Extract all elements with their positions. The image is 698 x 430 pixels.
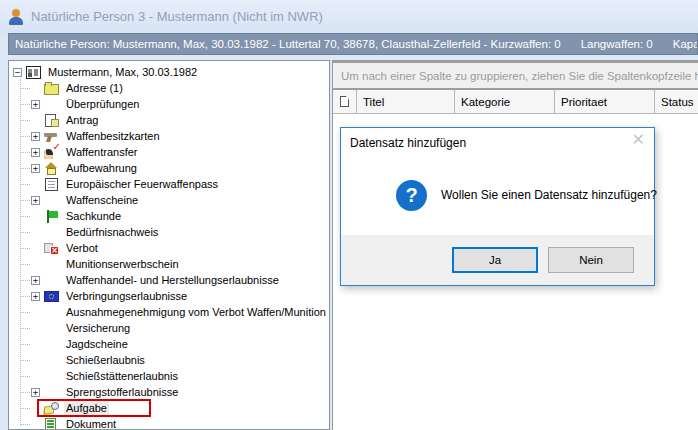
expand-icon[interactable]: +: [31, 388, 40, 397]
tree-expander-spacer: [31, 308, 40, 317]
tree-expander-spacer: [31, 420, 40, 429]
dialog-footer: Ja Nein: [341, 235, 654, 285]
red-highlight-annotation: [37, 399, 151, 417]
tree-item-verbot[interactable]: Verbot: [9, 240, 329, 256]
expand-icon[interactable]: +: [31, 292, 40, 301]
tree-expander-spacer: [31, 340, 40, 349]
person-check-icon: [44, 146, 59, 159]
page-icon: [340, 96, 349, 107]
tree-icon-spacer: [44, 194, 59, 207]
tree-expander-spacer: [31, 356, 40, 365]
tree-expander-spacer: [31, 116, 40, 125]
column-header-prioritaet[interactable]: Prioritaet: [555, 90, 655, 113]
tree-item-sprengstofferlaubnisse[interactable]: +Sprengstofferlaubnisse: [9, 384, 329, 400]
tree-item-sachkunde[interactable]: Sachkunde: [9, 208, 329, 224]
tree-item-versicherung[interactable]: Versicherung: [9, 320, 329, 336]
tree-item-verbringungserlaubnisse[interactable]: +Verbringungserlaubnisse: [9, 288, 329, 304]
tree-item-adresse-1[interactable]: Adresse (1): [9, 80, 329, 96]
tree-item-label: Verbot: [64, 241, 100, 255]
tree-item-label: Waffentransfer: [64, 145, 140, 159]
group-by-drop-zone[interactable]: Um nach einer Spalte zu gruppieren, zieh…: [333, 61, 698, 90]
window-title: Natürliche Person 3 - Mustermann (Nicht …: [31, 9, 323, 24]
tree-item-überprüfungen[interactable]: +Überprüfungen: [9, 96, 329, 112]
tree-expander-spacer: [31, 212, 40, 221]
application-window: Natürliche Person 3 - Mustermann (Nicht …: [0, 0, 698, 430]
tree-item-antrag[interactable]: Antrag: [9, 112, 329, 128]
tree-item-label: Waffenbesitzkarten: [64, 129, 162, 143]
pass-icon: [44, 178, 59, 191]
expand-icon[interactable]: +: [31, 276, 40, 285]
tree-item-label: Antrag: [64, 113, 100, 127]
form-icon: [44, 114, 59, 127]
tree-item-label: Europäischer Feuerwaffenpass: [64, 177, 220, 191]
tree-expander-spacer: [31, 372, 40, 381]
document-icon: [44, 418, 59, 430]
tree-item-label: Schießerlaubnis: [64, 353, 147, 367]
tree-item-aufgabe[interactable]: Aufgabe: [9, 400, 329, 416]
expand-icon[interactable]: +: [31, 100, 40, 109]
tree-item-ausnahmegenehmigung-vom-verbot-waffen-munition[interactable]: Ausnahmegenehmigung vom Verbot Waffen/Mu…: [9, 304, 329, 320]
eu-flag-icon: [44, 290, 59, 303]
house-icon: [44, 162, 59, 175]
tree-item-europäischer-feuerwaffenpass[interactable]: Europäischer Feuerwaffenpass: [9, 176, 329, 192]
window-titlebar: Natürliche Person 3 - Mustermann (Nicht …: [0, 0, 698, 33]
tree-item-aufbewahrung[interactable]: +Aufbewahrung: [9, 160, 329, 176]
tree-item-mustermann-max-30-03-1982[interactable]: −Mustermann, Max, 30.03.1982: [9, 64, 329, 80]
tree-item-bedürfnisnachweis[interactable]: Bedürfnisnachweis: [9, 224, 329, 240]
expand-icon[interactable]: +: [31, 132, 40, 141]
column-header-kategorie[interactable]: Kategorie: [455, 90, 555, 113]
person-icon: [8, 9, 24, 25]
langwaffen-count: Langwaffen: 0: [581, 38, 653, 50]
datensatz-hinzufuegen-dialog: Datensatz hinzufügen ✕ ? Wollen Sie eine…: [340, 127, 655, 286]
tree-item-waffenhandel-und-herstellungserlaubnisse[interactable]: +Waffenhandel- und Herstellungserlaubnis…: [9, 272, 329, 288]
tree-item-label: Mustermann, Max, 30.03.1982: [46, 65, 199, 79]
tree-icon-spacer: [44, 274, 59, 287]
tree-item-label: Jagdscheine: [64, 337, 130, 351]
tree-item-label: Dokument: [64, 417, 118, 430]
tree-item-waffenscheine[interactable]: +Waffenscheine: [9, 192, 329, 208]
tree-item-label: Waffenscheine: [64, 193, 140, 207]
dialog-body: ? Wollen Sie einen Datensatz hinzufügen?: [341, 157, 654, 236]
kapazitaet-label: Kapazität KW: [673, 38, 698, 50]
tree-expander-spacer: [31, 244, 40, 253]
tree-item-label: Verbringungserlaubnisse: [64, 289, 189, 303]
column-header-titel[interactable]: Titel: [357, 90, 455, 113]
tree-item-label: Überprüfungen: [64, 97, 141, 111]
tree-expander-spacer: [31, 84, 40, 93]
tree-item-label: Sprengstofferlaubnisse: [64, 385, 180, 399]
tree-icon-spacer: [44, 226, 59, 239]
tree-expander-spacer: [31, 228, 40, 237]
collapse-icon[interactable]: −: [13, 68, 22, 77]
no-button[interactable]: Nein: [548, 247, 634, 273]
tree-icon-spacer: [44, 258, 59, 271]
expand-icon[interactable]: +: [31, 164, 40, 173]
expand-icon[interactable]: +: [31, 196, 40, 205]
tree-item-label: Waffenhandel- und Herstellungserlaubniss…: [64, 273, 281, 287]
tree-expander-spacer: [31, 180, 40, 189]
tree-item-waffentransfer[interactable]: +Waffentransfer: [9, 144, 329, 160]
tree-icon-spacer: [44, 386, 59, 399]
column-header-status[interactable]: Status: [655, 90, 698, 113]
tree-item-label: Aufbewahrung: [64, 161, 139, 175]
tree-item-jagdscheine[interactable]: Jagdscheine: [9, 336, 329, 352]
dialog-titlebar: Datensatz hinzufügen ✕: [341, 128, 654, 157]
tree-item-munitionserwerbschein[interactable]: Munitionserwerbschein: [9, 256, 329, 272]
tree-item-label: Sachkunde: [64, 209, 123, 223]
grid-header-row: Titel Kategorie Prioritaet Status: [333, 90, 698, 114]
flag-icon: [44, 210, 59, 223]
tree-item-schießerlaubnis[interactable]: Schießerlaubnis: [9, 352, 329, 368]
group-by-hint: Um nach einer Spalte zu gruppieren, zieh…: [341, 70, 698, 82]
tree-item-dokument[interactable]: Dokument: [9, 416, 329, 430]
forbidden-icon: [44, 242, 59, 255]
dialog-title: Datensatz hinzufügen: [350, 136, 466, 150]
yes-button[interactable]: Ja: [452, 247, 538, 273]
close-icon[interactable]: ✕: [632, 132, 645, 148]
tree-item-schießstättenerlaubnis[interactable]: Schießstättenerlaubnis: [9, 368, 329, 384]
expand-icon[interactable]: +: [31, 148, 40, 157]
column-header-record-icon[interactable]: [333, 90, 357, 113]
dialog-message: Wollen Sie einen Datensatz hinzufügen?: [441, 188, 657, 202]
tree-expander-spacer: [31, 324, 40, 333]
person-card-icon: [26, 66, 41, 79]
tree-item-label: Schießstättenerlaubnis: [64, 369, 180, 383]
tree-item-label: Versicherung: [64, 321, 132, 335]
